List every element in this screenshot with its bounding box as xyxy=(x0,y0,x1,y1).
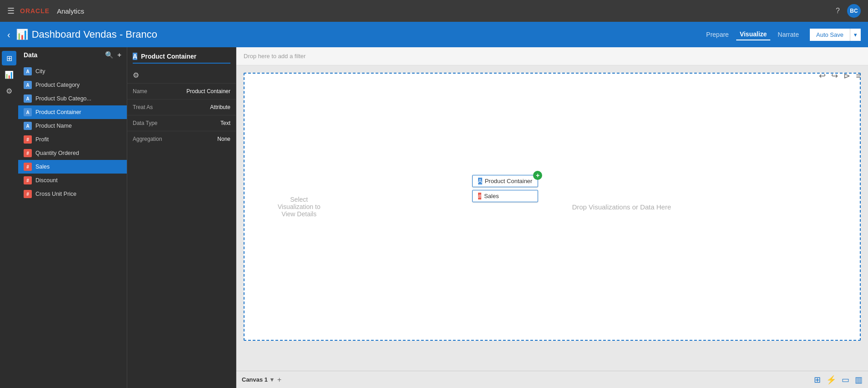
prop-row-value: Text xyxy=(220,120,230,126)
oracle-logo: ORACLE xyxy=(20,7,50,15)
bottom-bar: Canvas 1 ▾ + ⊞ ⚡ ▭ ▥ xyxy=(236,371,868,388)
split-view-icon[interactable]: ▭ xyxy=(842,375,849,385)
help-icon[interactable]: ? xyxy=(836,7,840,15)
prop-row-aggregation: Aggregation None xyxy=(127,131,236,147)
prop-row-label: Data Type xyxy=(133,120,220,126)
prop-divider xyxy=(133,63,230,64)
prop-type-icon: A xyxy=(133,53,137,60)
back-button[interactable]: ‹ xyxy=(7,30,10,40)
prop-row-treat-as: Treat As Attribute xyxy=(127,99,236,115)
data-panel: Data 🔍 + A City A Product Category A Pro… xyxy=(18,47,127,388)
redo-button[interactable]: ↪ xyxy=(831,71,838,81)
item-label: Product Name xyxy=(35,123,72,129)
item-type-icon: A xyxy=(24,67,32,75)
sidebar-icon-chart[interactable]: 📊 xyxy=(2,67,16,82)
canvas-area[interactable]: Select Visualization to View Details + A… xyxy=(236,65,868,371)
prop-title: Product Container xyxy=(141,53,196,60)
page-title: Dashboard Vendas - Branco xyxy=(32,29,703,40)
gear-icon[interactable]: ⚙ xyxy=(133,71,139,79)
data-panel-icons: 🔍 + xyxy=(105,51,121,59)
field-label-product-container: Product Container xyxy=(485,178,533,184)
data-item-quantity-ordered[interactable]: # Quantity Ordered xyxy=(18,146,127,160)
canvas-toolbar: ↩ ↪ ⊳ ≡ xyxy=(819,71,861,81)
title-icon: 📊 xyxy=(16,29,28,40)
dragged-field-product-container[interactable]: + A Product Container xyxy=(472,175,538,187)
share-button[interactable]: ⊳ xyxy=(843,71,850,81)
item-type-icon: A xyxy=(24,108,32,116)
item-label: Product Category xyxy=(35,82,80,88)
select-vis-hint: Select Visualization to View Details xyxy=(272,196,326,218)
item-type-icon: # xyxy=(24,190,32,198)
dragged-field-sales[interactable]: # Sales xyxy=(472,190,538,202)
item-label: Discount xyxy=(35,177,58,184)
prop-row-label: Name xyxy=(133,88,186,95)
prop-row-value: Product Container xyxy=(186,88,230,95)
properties-panel: A Product Container ⚙ Name Product Conta… xyxy=(127,47,236,388)
data-item-product-name[interactable]: A Product Name xyxy=(18,119,127,133)
item-type-icon: A xyxy=(24,95,32,103)
data-item-product-container[interactable]: A Product Container xyxy=(18,105,127,119)
canvas-wrapper: Drop here to add a filter ↩ ↪ ⊳ ≡ Select… xyxy=(236,47,868,388)
item-label: Quantity Ordered xyxy=(35,150,79,156)
top-nav: ☰ ORACLE Analytics ? BC xyxy=(0,0,868,22)
prop-rows: Name Product Container Treat As Attribut… xyxy=(127,83,236,147)
menu-button[interactable]: ≡ xyxy=(856,71,861,81)
layout-icon[interactable]: ▥ xyxy=(855,375,863,385)
filter-bar[interactable]: Drop here to add a filter xyxy=(236,47,868,65)
field-type-icon: A xyxy=(478,178,482,184)
data-list: A City A Product Category A Product Sub … xyxy=(18,63,127,388)
data-item-profit[interactable]: # Profit xyxy=(18,133,127,146)
canvas-grid-icon[interactable]: ⊞ xyxy=(814,375,821,385)
add-canvas-button[interactable]: + xyxy=(277,376,281,384)
prop-row-value: Attribute xyxy=(210,104,230,110)
data-item-city[interactable]: A City xyxy=(18,65,127,78)
item-type-icon: # xyxy=(24,149,32,157)
data-item-cross-unit-price[interactable]: # Cross Unit Price xyxy=(18,187,127,201)
sidebar-icon-filter[interactable]: ⚙ xyxy=(2,84,16,98)
auto-save-dropdown[interactable]: ▾ xyxy=(850,29,861,41)
prop-row-value: None xyxy=(217,136,230,142)
prop-gear: ⚙ xyxy=(127,67,236,83)
tab-prepare[interactable]: Prepare xyxy=(703,29,733,40)
lightning-icon[interactable]: ⚡ xyxy=(826,375,836,385)
avatar[interactable]: BC xyxy=(847,4,861,18)
canvas-drop-zone[interactable]: Select Visualization to View Details + A… xyxy=(244,73,861,341)
prop-row-label: Treat As xyxy=(133,104,210,110)
prop-row-name: Name Product Container xyxy=(127,83,236,99)
data-item-discount[interactable]: # Discount xyxy=(18,174,127,187)
sidebar-icons: ⊞ 📊 ⚙ xyxy=(0,47,18,388)
dragged-fields: + A Product Container # Sales xyxy=(472,175,538,202)
tab-narrate[interactable]: Narrate xyxy=(774,29,803,40)
item-type-icon: A xyxy=(24,122,32,130)
add-dataset-icon[interactable]: + xyxy=(117,51,121,59)
canvas-label: Canvas 1 xyxy=(242,376,268,383)
add-field-button[interactable]: + xyxy=(533,171,542,180)
bottom-right: ⊞ ⚡ ▭ ▥ xyxy=(814,375,863,385)
item-label: Cross Unit Price xyxy=(35,191,76,197)
item-type-icon: # xyxy=(24,176,32,184)
item-type-icon: A xyxy=(24,81,32,89)
drop-hint: Drop Visualizations or Data Here xyxy=(572,203,671,211)
tab-visualize[interactable]: Visualize xyxy=(736,29,771,40)
field-label-sales: Sales xyxy=(484,193,499,199)
auto-save-container: Auto Save ▾ xyxy=(810,29,861,41)
canvas-tab: Canvas 1 ▾ xyxy=(242,376,274,383)
item-label: Sales xyxy=(35,164,50,170)
title-bar-nav: Prepare Visualize Narrate xyxy=(703,29,803,40)
data-item-product-sub-catego...[interactable]: A Product Sub Catego... xyxy=(18,92,127,105)
item-label: City xyxy=(35,68,45,75)
search-icon[interactable]: 🔍 xyxy=(105,51,114,59)
item-label: Product Sub Catego... xyxy=(35,95,91,102)
main-layout: ⊞ 📊 ⚙ Data 🔍 + A City A Product Category… xyxy=(0,47,868,388)
data-item-product-category[interactable]: A Product Category xyxy=(18,78,127,92)
data-item-sales[interactable]: # Sales xyxy=(18,160,127,174)
undo-button[interactable]: ↩ xyxy=(819,71,826,81)
title-bar: ‹ 📊 Dashboard Vendas - Branco Prepare Vi… xyxy=(0,22,868,47)
sidebar-icon-data[interactable]: ⊞ xyxy=(2,51,16,65)
auto-save-button[interactable]: Auto Save xyxy=(810,29,850,41)
canvas-tab-dropdown[interactable]: ▾ xyxy=(270,376,274,383)
item-label: Product Container xyxy=(35,109,81,115)
hamburger-icon[interactable]: ☰ xyxy=(7,6,15,16)
field-type-icon-sales: # xyxy=(478,193,481,199)
prop-header: A Product Container xyxy=(127,47,236,63)
